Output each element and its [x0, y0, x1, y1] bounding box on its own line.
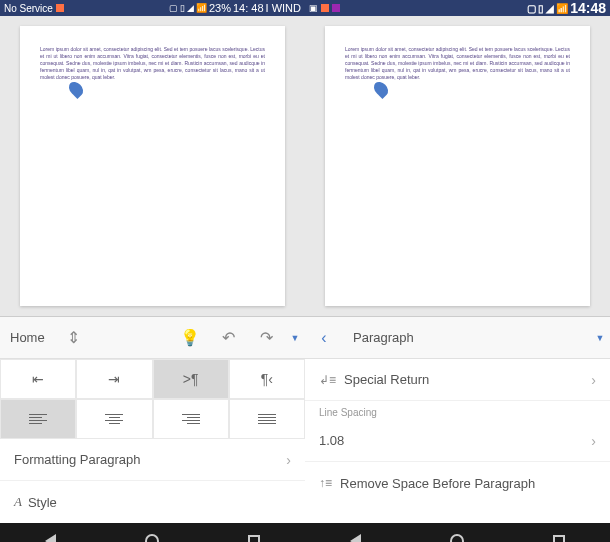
- carrier-text: No Service: [4, 3, 53, 14]
- tab-home[interactable]: Home: [0, 330, 55, 345]
- vibrate-icon: ▯: [180, 3, 185, 13]
- status-bar-left: No Service ▢ ▯ ◢ 📶 23% 14: 48 I WIND: [0, 0, 305, 16]
- tab-row-left: Home ⇕ 💡 ↶ ↷ ▼: [0, 317, 305, 359]
- carrier-right: I WIND: [266, 2, 301, 14]
- redo-icon[interactable]: ↷: [247, 317, 285, 358]
- special-return-item[interactable]: ↲≡ Special Return ›: [305, 359, 610, 401]
- document-text[interactable]: Lorem ipsum dolor sit amet, consectetur …: [40, 46, 265, 81]
- nav-home-button[interactable]: [450, 534, 464, 542]
- nav-bar-left: [0, 523, 305, 542]
- paragraph-mark-button[interactable]: >¶: [153, 359, 229, 399]
- nav-back-button[interactable]: [45, 534, 56, 542]
- time-big: 14:48: [570, 0, 606, 16]
- time-text: 14: 48: [233, 2, 264, 14]
- undo-icon[interactable]: ↶: [209, 317, 247, 358]
- back-icon[interactable]: ‹: [305, 317, 343, 358]
- chevron-right-icon: ›: [286, 452, 291, 468]
- tab-paragraph[interactable]: Paragraph: [343, 330, 424, 345]
- indent-row: ⇤ ⇥ >¶ ¶‹: [0, 359, 305, 399]
- special-return-label: Special Return: [344, 372, 591, 387]
- document-area: Lorem ipsum dolor sit amet, consectetur …: [0, 16, 610, 316]
- chevron-down-icon[interactable]: ▼: [285, 333, 305, 343]
- document-page-right[interactable]: Lorem ipsum dolor sit amet, consectetur …: [325, 26, 590, 306]
- tab-row-right: ‹ Paragraph ▼: [305, 317, 610, 359]
- document-text[interactable]: Lorem ipsum dolor sit amet, consectetur …: [345, 46, 570, 81]
- wifi-icon: ◢: [546, 3, 554, 14]
- right-panel: ‹ Paragraph ▼ ↲≡ Special Return › Line S…: [305, 316, 610, 523]
- nfc-icon: ▢: [169, 3, 178, 13]
- style-icon: A: [14, 494, 22, 510]
- line-spacing-value: 1.08: [319, 433, 591, 448]
- align-right-button[interactable]: [153, 399, 229, 439]
- document-page-left[interactable]: Lorem ipsum dolor sit amet, consectetur …: [20, 26, 285, 306]
- line-spacing-item[interactable]: 1.08 ›: [305, 420, 610, 462]
- outdent-button[interactable]: ⇤: [0, 359, 76, 399]
- nav-recent-button[interactable]: [553, 535, 565, 542]
- line-spacing-section: Line Spacing: [305, 401, 610, 420]
- status-bar-row: No Service ▢ ▯ ◢ 📶 23% 14: 48 I WIND ▣ ▢: [0, 0, 610, 16]
- lightbulb-icon[interactable]: 💡: [171, 317, 209, 358]
- expand-icon[interactable]: ⇕: [55, 317, 93, 358]
- return-icon: ↲≡: [319, 373, 336, 387]
- nfc-icon: ▢: [527, 3, 536, 14]
- align-center-button[interactable]: [76, 399, 152, 439]
- status-bar-right: ▣ ▢ ▯ ◢ 📶 14:48: [305, 0, 610, 16]
- align-justify-button[interactable]: [229, 399, 305, 439]
- left-panel: Home ⇕ 💡 ↶ ↷ ▼ ⇤ ⇥ >¶ ¶‹: [0, 316, 305, 523]
- cursor-handle-icon[interactable]: [66, 79, 86, 99]
- cursor-handle-icon[interactable]: [371, 79, 391, 99]
- chevron-right-icon: ›: [591, 372, 596, 388]
- nav-back-button[interactable]: [350, 534, 361, 542]
- notification-icon: [56, 4, 64, 12]
- nav-bar-right: [305, 523, 610, 542]
- battery-text: 23%: [209, 2, 231, 14]
- align-left-button[interactable]: [0, 399, 76, 439]
- remove-space-label: Remove Space Before Paragraph: [340, 476, 596, 491]
- paragraph-mark-alt-button[interactable]: ¶‹: [229, 359, 305, 399]
- signal-icon: 📶: [196, 3, 207, 13]
- chevron-down-icon[interactable]: ▼: [590, 333, 610, 343]
- remove-space-item[interactable]: ↑≡ Remove Space Before Paragraph: [305, 462, 610, 504]
- nav-home-button[interactable]: [145, 534, 159, 542]
- formatting-label: Formatting Paragraph: [14, 452, 286, 467]
- notification-icon: [321, 4, 329, 12]
- style-label: Style: [28, 495, 291, 510]
- notification-icon-2: [332, 4, 340, 12]
- formatting-paragraph-item[interactable]: Formatting Paragraph ›: [0, 439, 305, 481]
- wifi-icon: ◢: [187, 3, 194, 13]
- chevron-right-icon: ›: [591, 433, 596, 449]
- indent-button[interactable]: ⇥: [76, 359, 152, 399]
- style-item[interactable]: A Style: [0, 481, 305, 523]
- signal-icon: 📶: [556, 3, 568, 14]
- vibrate-icon: ▯: [538, 3, 544, 14]
- align-row: [0, 399, 305, 439]
- nav-recent-button[interactable]: [248, 535, 260, 542]
- arrow-up-icon: ↑≡: [319, 476, 332, 490]
- app-icon: ▣: [309, 3, 318, 13]
